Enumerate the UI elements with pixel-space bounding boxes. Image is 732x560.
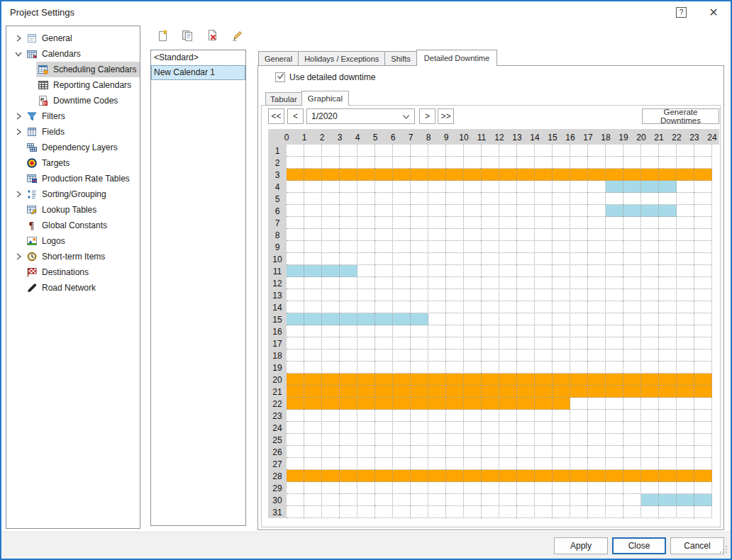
grid-cell[interactable] [375, 277, 393, 289]
grid-cell[interactable] [694, 145, 712, 157]
grid-cell[interactable] [340, 325, 357, 337]
grid-cell[interactable] [482, 325, 499, 337]
grid-cell[interactable] [553, 410, 570, 422]
grid-cell[interactable] [623, 422, 641, 434]
grid-cell[interactable] [482, 458, 499, 470]
grid-cell[interactable] [287, 145, 304, 157]
grid-cell[interactable] [535, 169, 553, 181]
grid-cell[interactable] [517, 265, 535, 277]
grid-cell[interactable] [641, 313, 659, 325]
grid-cell[interactable] [659, 313, 677, 325]
grid-cell[interactable] [570, 506, 588, 518]
grid-cell[interactable] [677, 434, 694, 446]
grid-cell[interactable] [446, 494, 464, 506]
grid-cell[interactable] [287, 169, 304, 181]
grid-cell[interactable] [357, 277, 375, 289]
grid-cell[interactable] [553, 386, 570, 398]
grid-cell[interactable] [375, 157, 393, 169]
grid-cell[interactable] [322, 470, 340, 482]
grid-cell[interactable] [322, 482, 340, 494]
sidebar-item-fields[interactable]: Fields [6, 124, 140, 140]
grid-cell[interactable] [322, 398, 340, 410]
grid-cell[interactable] [535, 277, 553, 289]
grid-cell[interactable] [375, 446, 393, 458]
grid-cell[interactable] [606, 325, 623, 337]
grid-cell[interactable] [340, 217, 357, 229]
grid-row-body[interactable] [287, 289, 719, 301]
grid-cell[interactable] [535, 241, 553, 253]
close-button[interactable]: ✕ [706, 4, 721, 20]
grid-cell[interactable] [411, 265, 428, 277]
grid-cell[interactable] [641, 386, 659, 398]
sidebar-item-lookup-tables[interactable]: Lookup Tables [6, 202, 140, 218]
grid-cell[interactable] [694, 289, 712, 301]
grid-cell[interactable] [570, 337, 588, 349]
grid-cell[interactable] [464, 217, 482, 229]
grid-cell[interactable] [322, 277, 340, 289]
grid-cell[interactable] [428, 157, 446, 169]
grid-cell[interactable] [287, 301, 304, 313]
grid-cell[interactable] [499, 253, 517, 265]
grid-cell[interactable] [464, 494, 482, 506]
grid-cell[interactable] [322, 157, 340, 169]
grid-cell[interactable] [499, 241, 517, 253]
grid-cell[interactable] [606, 422, 623, 434]
grid-cell[interactable] [535, 410, 553, 422]
grid-cell[interactable] [553, 301, 570, 313]
grid-cell[interactable] [659, 470, 677, 482]
grid-cell[interactable] [411, 229, 428, 241]
grid-cell[interactable] [499, 386, 517, 398]
grid-cell[interactable] [287, 410, 304, 422]
grid-cell[interactable] [340, 157, 357, 169]
grid-cell[interactable] [659, 205, 677, 217]
grid-cell[interactable] [322, 241, 340, 253]
grid-cell[interactable] [588, 446, 606, 458]
grid-cell[interactable] [659, 193, 677, 205]
grid-cell[interactable] [553, 362, 570, 374]
grid-cell[interactable] [340, 301, 357, 313]
grid-row-body[interactable] [287, 193, 719, 205]
grid-cell[interactable] [623, 157, 641, 169]
grid-cell[interactable] [517, 253, 535, 265]
grid-cell[interactable] [588, 470, 606, 482]
grid-row-body[interactable] [287, 337, 719, 349]
grid-cell[interactable] [553, 265, 570, 277]
grid-cell[interactable] [446, 301, 464, 313]
chevron-right-icon[interactable] [12, 128, 25, 135]
grid-cell[interactable] [357, 169, 375, 181]
grid-cell[interactable] [499, 434, 517, 446]
grid-cell[interactable] [322, 229, 340, 241]
grid-cell[interactable] [694, 374, 712, 386]
grid-cell[interactable] [482, 386, 499, 398]
grid-cell[interactable] [357, 410, 375, 422]
grid-cell[interactable] [588, 301, 606, 313]
grid-cell[interactable] [287, 157, 304, 169]
sidebar-item-filters[interactable]: Filters [6, 108, 140, 124]
grid-cell[interactable] [535, 506, 553, 518]
grid-cell[interactable] [553, 193, 570, 205]
grid-cell[interactable] [641, 157, 659, 169]
grid-cell[interactable] [287, 217, 304, 229]
grid-cell[interactable] [287, 337, 304, 349]
grid-cell[interactable] [287, 313, 304, 325]
grid-cell[interactable] [659, 434, 677, 446]
grid-cell[interactable] [287, 325, 304, 337]
grid-cell[interactable] [322, 434, 340, 446]
grid-cell[interactable] [553, 325, 570, 337]
grid-cell[interactable] [411, 277, 428, 289]
grid-cell[interactable] [623, 217, 641, 229]
grid-cell[interactable] [677, 458, 694, 470]
grid-cell[interactable] [375, 494, 393, 506]
grid-cell[interactable] [677, 145, 694, 157]
grid-cell[interactable] [606, 145, 623, 157]
grid-cell[interactable] [393, 410, 411, 422]
grid-cell[interactable] [375, 386, 393, 398]
grid-row-body[interactable] [287, 349, 719, 362]
sidebar-item-calendars[interactable]: Calendars [6, 46, 140, 62]
grid-cell[interactable] [464, 313, 482, 325]
grid-cell[interactable] [553, 337, 570, 349]
grid-cell[interactable] [464, 410, 482, 422]
grid-cell[interactable] [659, 349, 677, 362]
grid-cell[interactable] [322, 181, 340, 193]
grid-cell[interactable] [375, 265, 393, 277]
